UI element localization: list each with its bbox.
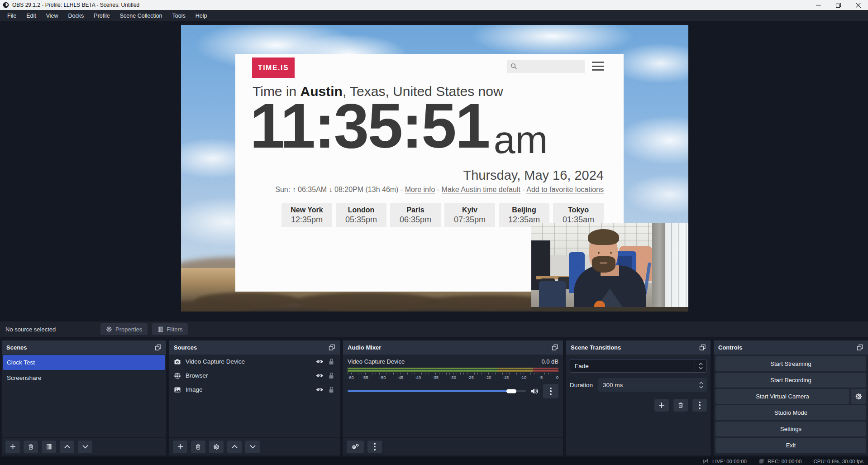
filters-button[interactable]: Filters — [152, 323, 188, 335]
start-streaming-button[interactable]: Start Streaming — [715, 356, 866, 371]
popout-icon[interactable] — [699, 344, 706, 351]
mixer-menu-button[interactable] — [367, 441, 382, 453]
workspace: TIME.IS Time in Austin, Texas, United St… — [0, 21, 868, 321]
mixer-toolbar — [343, 437, 563, 455]
speaker-icon[interactable] — [530, 388, 539, 395]
source-toolbar: No source selected Properties Filters — [0, 321, 868, 337]
search-icon — [510, 63, 517, 70]
plus-icon — [658, 402, 665, 408]
controls-body: Start Streaming Start Recording Start Vi… — [714, 355, 868, 455]
mixer-channel-menu-button[interactable] — [543, 384, 558, 398]
scene-item-screenshare[interactable]: Screenshare — [3, 370, 165, 385]
popout-icon[interactable] — [857, 344, 863, 351]
popout-icon[interactable] — [329, 344, 335, 351]
close-button[interactable] — [848, 0, 868, 10]
start-recording-button[interactable]: Start Recording — [715, 373, 866, 388]
broadcast-off-icon — [702, 458, 709, 464]
filter-icon — [46, 444, 52, 450]
add-scene-button[interactable] — [5, 441, 20, 453]
gear-icon — [213, 444, 219, 450]
popout-icon[interactable] — [155, 344, 162, 351]
plus-icon — [177, 444, 183, 450]
mixer-body: Video Capture Device 0.0 dB -60 -55 -50 … — [343, 355, 563, 455]
preview-canvas[interactable]: TIME.IS Time in Austin, Texas, United St… — [181, 25, 688, 312]
menu-scene-collection[interactable]: Scene Collection — [115, 10, 167, 21]
source-properties-button[interactable] — [209, 441, 224, 453]
eye-icon[interactable] — [316, 387, 324, 393]
sources-header[interactable]: Sources — [169, 340, 340, 355]
source-down-button[interactable] — [245, 441, 260, 453]
scene-filters-button[interactable] — [42, 441, 56, 453]
timeis-logo: TIME.IS — [252, 58, 295, 78]
source-item-video-capture[interactable]: Video Capture Device — [169, 355, 340, 369]
timeis-sun-line: Sun: ↑ 06:35AM ↓ 08:20PM (13h 46m) - Mor… — [275, 186, 604, 194]
advanced-audio-button[interactable] — [347, 441, 364, 453]
timeis-clock: 11:35:51 am — [250, 96, 548, 156]
trash-icon — [195, 444, 201, 450]
menu-bar: File Edit View Docks Profile Scene Colle… — [0, 10, 868, 21]
remove-source-button[interactable] — [191, 441, 205, 453]
cloud — [471, 25, 634, 57]
lock-icon[interactable] — [328, 358, 334, 365]
sources-list: Video Capture Device Browser Image — [169, 355, 340, 455]
volume-slider-handle[interactable] — [506, 389, 516, 393]
scene-down-button[interactable] — [78, 441, 92, 453]
scene-up-button[interactable] — [60, 441, 74, 453]
duration-label: Duration — [570, 382, 593, 388]
controls-header[interactable]: Controls — [714, 340, 868, 355]
volume-slider[interactable] — [348, 390, 526, 392]
controls-panel: Controls Start Streaming Start Recording… — [714, 340, 868, 455]
clock-meridiem: am — [494, 124, 548, 156]
menu-file[interactable]: File — [2, 10, 21, 21]
add-source-button[interactable] — [173, 441, 187, 453]
lock-icon[interactable] — [328, 372, 334, 379]
mixer-header[interactable]: Audio Mixer — [343, 340, 563, 355]
lock-icon[interactable] — [328, 386, 334, 393]
scene-item-clock-test[interactable]: Clock Test — [3, 355, 165, 370]
source-up-button[interactable] — [227, 441, 242, 453]
mixer-level-db: 0.0 dB — [541, 358, 558, 365]
duration-spinbox[interactable]: 300 ms — [598, 378, 707, 392]
chevron-up-icon — [699, 382, 703, 384]
source-item-image[interactable]: Image — [169, 383, 340, 397]
source-item-browser[interactable]: Browser — [169, 369, 340, 383]
properties-button[interactable]: Properties — [100, 323, 148, 335]
virtual-camera-config-button[interactable] — [851, 389, 866, 404]
webcam-overlay[interactable] — [531, 223, 688, 312]
select-spinner[interactable] — [695, 360, 706, 372]
plus-icon — [10, 444, 16, 450]
settings-button[interactable]: Settings — [715, 422, 866, 436]
kebab-menu-icon — [550, 388, 552, 395]
menu-profile[interactable]: Profile — [89, 10, 114, 21]
eye-icon[interactable] — [316, 359, 324, 364]
start-virtual-camera-button[interactable]: Start Virtual Camera — [715, 389, 849, 404]
remove-transition-button[interactable] — [673, 399, 688, 412]
timeis-date: Thursday, May 16, 2024 — [463, 168, 604, 183]
minimize-button[interactable] — [808, 0, 828, 10]
search-box — [507, 60, 585, 73]
chevron-up-icon — [232, 445, 238, 449]
window-title: OBS 29.1.2 - Profile: LLHLS BETA - Scene… — [12, 2, 139, 8]
exit-button[interactable]: Exit — [715, 438, 866, 453]
menu-help[interactable]: Help — [191, 10, 212, 21]
popout-icon[interactable] — [552, 344, 558, 351]
audio-mixer-panel: Audio Mixer Video Capture Device 0.0 dB … — [343, 340, 563, 455]
trash-icon — [677, 402, 684, 408]
menu-tools[interactable]: Tools — [167, 10, 191, 21]
studio-mode-button[interactable]: Studio Mode — [715, 405, 866, 420]
clock-digits: 11:35:51 — [250, 96, 489, 156]
menu-edit[interactable]: Edit — [21, 10, 41, 21]
transition-select[interactable]: Fade — [570, 359, 707, 373]
spinbox-arrows[interactable] — [699, 378, 703, 392]
transitions-header[interactable]: Scene Transitions — [566, 340, 711, 355]
chevron-down-icon — [82, 445, 88, 449]
menu-view[interactable]: View — [41, 10, 63, 21]
menu-docks[interactable]: Docks — [63, 10, 89, 21]
remove-scene-button[interactable] — [24, 441, 38, 453]
transition-menu-button[interactable] — [692, 399, 707, 412]
restore-button[interactable] — [828, 0, 848, 10]
eye-icon[interactable] — [316, 373, 324, 379]
add-transition-button[interactable] — [654, 399, 669, 412]
scenes-header[interactable]: Scenes — [2, 340, 166, 355]
status-bar: LIVE: 00:00:00 REC: 00:00:00 CPU: 0.6%, … — [0, 457, 868, 465]
